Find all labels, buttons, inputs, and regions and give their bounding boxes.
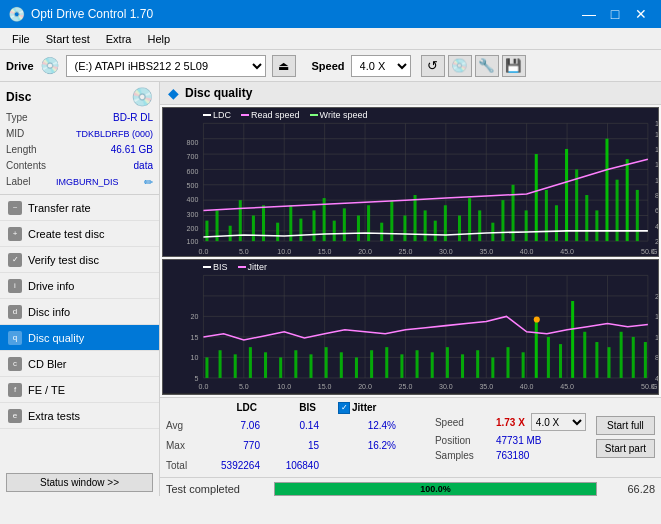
- speed-dropdown[interactable]: 4.0 X: [531, 413, 586, 431]
- chart1-svg: 100 200 300 400 500 600 700 800 2 4 6 8 …: [163, 108, 658, 256]
- transfer-rate-icon: ~: [8, 201, 22, 215]
- max-bis: 15: [264, 440, 319, 451]
- edit-icon[interactable]: ✏: [144, 174, 153, 190]
- nav-disc-info[interactable]: d Disc info: [0, 299, 159, 325]
- disc-button[interactable]: 💿: [448, 55, 472, 77]
- svg-rect-64: [357, 216, 360, 242]
- charts-area: LDC Read speed Write speed: [160, 105, 661, 397]
- nav-create-test-disc[interactable]: + Create test disc: [0, 221, 159, 247]
- svg-rect-89: [626, 159, 629, 241]
- menu-help[interactable]: Help: [139, 31, 178, 47]
- svg-rect-155: [559, 345, 562, 379]
- drive-bar: Drive 💿 (E:) ATAPI iHBS212 2 5L09 ⏏ Spee…: [0, 50, 661, 82]
- drive-select[interactable]: (E:) ATAPI iHBS212 2 5L09: [66, 55, 266, 77]
- disc-mid-value: TDKBLDRFB (000): [76, 126, 153, 142]
- nav-fe-te[interactable]: f FE / TE: [0, 377, 159, 403]
- eject-button[interactable]: ⏏: [272, 55, 296, 77]
- svg-rect-134: [249, 348, 252, 379]
- svg-text:16: 16: [655, 131, 658, 139]
- speed-select[interactable]: 4.0 X: [351, 55, 411, 77]
- app-icon: 💿: [8, 6, 25, 22]
- legend-jitter: Jitter: [248, 262, 268, 272]
- avg-jitter: 12.4%: [341, 420, 396, 431]
- start-full-button[interactable]: Start full: [596, 416, 655, 435]
- nav-drive-info[interactable]: i Drive info: [0, 273, 159, 299]
- title-bar: 💿 Opti Drive Control 1.70 — □ ✕: [0, 0, 661, 28]
- disc-length-value: 46.61 GB: [111, 142, 153, 158]
- svg-text:10: 10: [655, 177, 658, 185]
- samples-key: Samples: [435, 450, 490, 461]
- svg-rect-152: [522, 353, 525, 379]
- settings-button[interactable]: 🔧: [475, 55, 499, 77]
- nav-transfer-rate-label: Transfer rate: [28, 202, 91, 214]
- menu-extra[interactable]: Extra: [98, 31, 140, 47]
- bis-header: BIS: [261, 402, 316, 414]
- nav-extra-tests-label: Extra tests: [28, 410, 80, 422]
- stats-table: LDC BIS ✓ Jitter Avg 7.06 0.14 12.4%: [166, 402, 425, 473]
- svg-text:GB: GB: [652, 248, 658, 256]
- close-button[interactable]: ✕: [629, 2, 653, 26]
- svg-rect-147: [446, 348, 449, 379]
- svg-rect-88: [616, 180, 619, 241]
- svg-text:35.0: 35.0: [479, 384, 493, 392]
- status-window-button[interactable]: Status window >>: [6, 473, 153, 492]
- svg-rect-90: [636, 190, 639, 241]
- cd-bler-icon: c: [8, 357, 22, 371]
- svg-rect-87: [605, 139, 608, 241]
- svg-text:15.0: 15.0: [318, 248, 332, 256]
- svg-rect-68: [403, 216, 406, 242]
- jitter-checkbox[interactable]: ✓: [338, 402, 350, 414]
- max-ldc: 770: [205, 440, 260, 451]
- nav-drive-info-label: Drive info: [28, 280, 74, 292]
- menu-file[interactable]: File: [4, 31, 38, 47]
- svg-rect-83: [565, 149, 568, 241]
- create-test-disc-icon: +: [8, 227, 22, 241]
- svg-rect-82: [555, 205, 558, 241]
- svg-rect-131: [205, 358, 208, 379]
- svg-text:2: 2: [655, 238, 658, 246]
- nav-cd-bler[interactable]: c CD Bler: [0, 351, 159, 377]
- svg-rect-141: [355, 358, 358, 379]
- disc-length-label: Length: [6, 142, 37, 158]
- svg-rect-77: [501, 200, 504, 241]
- disc-label-value: IMGBURN_DIS: [56, 174, 119, 190]
- maximize-button[interactable]: □: [603, 2, 627, 26]
- speed-current: 1.73 X: [496, 417, 525, 428]
- nav-extra-tests[interactable]: e Extra tests: [0, 403, 159, 429]
- svg-rect-133: [234, 355, 237, 379]
- nav-transfer-rate[interactable]: ~ Transfer rate: [0, 195, 159, 221]
- svg-text:4%: 4%: [655, 375, 658, 383]
- disc-type-value: BD-R DL: [113, 110, 153, 126]
- refresh-button[interactable]: ↺: [421, 55, 445, 77]
- svg-rect-85: [585, 195, 588, 241]
- svg-rect-79: [525, 210, 528, 241]
- svg-text:35.0: 35.0: [479, 248, 493, 256]
- svg-rect-143: [385, 348, 388, 379]
- svg-point-163: [534, 317, 540, 323]
- minimize-button[interactable]: —: [577, 2, 601, 26]
- nav-cd-bler-label: CD Bler: [28, 358, 67, 370]
- avg-bis: 0.14: [264, 420, 319, 431]
- svg-rect-145: [416, 351, 419, 379]
- nav-disc-quality[interactable]: q Disc quality: [0, 325, 159, 351]
- menu-start-test[interactable]: Start test: [38, 31, 98, 47]
- start-part-button[interactable]: Start part: [596, 439, 655, 458]
- action-buttons: Start full Start part: [596, 402, 655, 473]
- svg-text:200: 200: [187, 225, 199, 233]
- svg-text:40.0: 40.0: [520, 384, 534, 392]
- svg-text:8%: 8%: [655, 355, 658, 363]
- nav-verify-test-disc[interactable]: ✓ Verify test disc: [0, 247, 159, 273]
- disc-mid-label: MID: [6, 126, 24, 142]
- legend-ldc: LDC: [213, 110, 231, 120]
- nav-fe-te-label: FE / TE: [28, 384, 65, 396]
- speed-info: Speed 1.73 X 4.0 X Position 47731 MB Sam…: [435, 402, 586, 473]
- nav-create-test-disc-label: Create test disc: [28, 228, 104, 240]
- progress-status: Test completed: [166, 483, 266, 495]
- svg-rect-153: [535, 322, 538, 378]
- save-button[interactable]: 💾: [502, 55, 526, 77]
- svg-text:GB: GB: [652, 384, 658, 392]
- max-label: Max: [166, 440, 201, 451]
- svg-text:25.0: 25.0: [399, 248, 413, 256]
- stats-row-max: Max 770 15 16.2%: [166, 436, 425, 456]
- bis-jitter-chart: BIS Jitter: [162, 259, 659, 394]
